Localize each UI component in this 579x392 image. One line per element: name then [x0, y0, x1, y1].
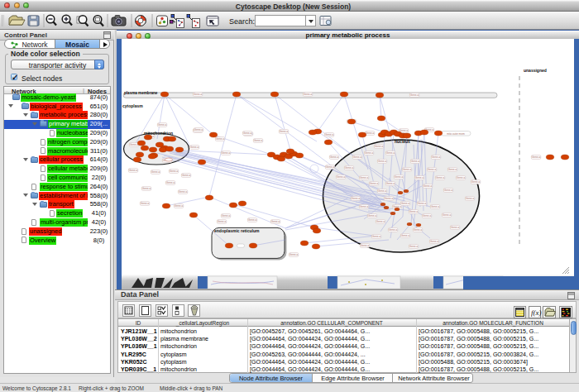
svg-text:Gene-a: Gene-a — [325, 133, 334, 136]
svg-text:Gene-a: Gene-a — [409, 245, 419, 248]
svg-text:unassigned: unassigned — [524, 68, 547, 73]
svg-text:Gene-a: Gene-a — [166, 181, 175, 184]
svg-text:Gene-a: Gene-a — [254, 139, 263, 142]
svg-text:Gene-a: Gene-a — [436, 176, 445, 179]
svg-text:Gene-a: Gene-a — [443, 213, 452, 217]
svg-text:Gene-a: Gene-a — [411, 160, 420, 163]
svg-text:Gene-a: Gene-a — [372, 235, 381, 238]
svg-text:mitochondrion: mitochondrion — [144, 131, 173, 136]
svg-text:Gene-a: Gene-a — [428, 168, 437, 171]
svg-text:Gene-a: Gene-a — [352, 197, 361, 200]
svg-text:Gene-a: Gene-a — [368, 214, 377, 218]
svg-text:Gene-a: Gene-a — [375, 145, 384, 148]
svg-text:Gene-a: Gene-a — [158, 123, 167, 127]
svg-text:Gene-a: Gene-a — [451, 226, 460, 229]
svg-text:cytoplasm: cytoplasm — [122, 103, 143, 108]
svg-text:Gene-a: Gene-a — [243, 131, 252, 135]
svg-text:Gene-a: Gene-a — [170, 170, 179, 173]
svg-text:Gene-a: Gene-a — [386, 182, 395, 185]
svg-text:Gene-a: Gene-a — [248, 218, 257, 222]
svg-text:Gene-a: Gene-a — [471, 180, 481, 184]
svg-text:Gene-a: Gene-a — [194, 93, 203, 96]
svg-text:Gene-a: Gene-a — [444, 189, 453, 192]
svg-text:Gene-a: Gene-a — [142, 187, 151, 190]
svg-text:Gene-a: Gene-a — [410, 93, 419, 97]
svg-text:Gene-a: Gene-a — [432, 155, 441, 159]
svg-text:Gene-a: Gene-a — [345, 166, 354, 170]
svg-text:f(x): f(x) — [531, 308, 542, 317]
svg-text:Gene-a: Gene-a — [194, 128, 203, 131]
svg-text:Gene-a: Gene-a — [222, 214, 231, 218]
svg-text:Gene-a: Gene-a — [370, 182, 379, 185]
svg-text:Gene-a: Gene-a — [415, 176, 424, 179]
svg-text:Gene-a: Gene-a — [182, 174, 191, 177]
svg-text:Gene-a: Gene-a — [151, 170, 160, 174]
svg-text:Gene-a: Gene-a — [430, 240, 439, 243]
svg-text:Gene-a: Gene-a — [129, 169, 138, 172]
svg-text:Gene-a: Gene-a — [179, 190, 188, 194]
svg-text:Gene-a: Gene-a — [330, 155, 339, 159]
svg-text:Gene-a: Gene-a — [401, 202, 410, 205]
svg-text:Gene-a: Gene-a — [403, 168, 412, 171]
svg-text:Gene-a: Gene-a — [218, 220, 227, 223]
svg-text:Gene-a: Gene-a — [280, 130, 289, 133]
svg-text:Gene-a: Gene-a — [532, 155, 541, 159]
svg-text:Gene-a: Gene-a — [378, 189, 387, 193]
svg-text:Gene-a: Gene-a — [216, 137, 225, 141]
svg-text:Gene-a: Gene-a — [271, 220, 280, 223]
svg-text:Gene-a: Gene-a — [457, 176, 466, 179]
svg-text:Gene-a: Gene-a — [366, 131, 375, 135]
svg-text:Gene-a: Gene-a — [466, 197, 475, 200]
svg-text:Gene-a: Gene-a — [423, 214, 432, 218]
svg-text:Gene-a: Gene-a — [448, 168, 457, 171]
svg-text:Gene-a: Gene-a — [378, 160, 387, 163]
svg-text:Gene-a: Gene-a — [190, 146, 199, 149]
svg-text:Gene-a: Gene-a — [401, 234, 410, 237]
svg-text:Gene-a: Gene-a — [360, 176, 369, 179]
svg-text:Gene-a: Gene-a — [304, 93, 313, 96]
svg-text:nucleus: nucleus — [395, 139, 410, 144]
svg-text:Gene-a: Gene-a — [361, 244, 370, 247]
svg-text:Gene-a: Gene-a — [389, 228, 398, 232]
svg-text:Gene-a: Gene-a — [418, 202, 427, 205]
svg-text:Gene-a: Gene-a — [360, 205, 369, 208]
svg-text:mito outer mem: mito outer mem — [447, 132, 465, 136]
svg-text:Gene-a: Gene-a — [353, 155, 362, 159]
svg-text:Gene-a: Gene-a — [423, 184, 433, 188]
svg-text:Gene-a: Gene-a — [385, 197, 394, 200]
svg-text:Gene-a: Gene-a — [290, 253, 299, 256]
svg-text:Gene-a: Gene-a — [376, 220, 385, 223]
svg-text:Gene-a: Gene-a — [414, 228, 423, 232]
svg-text:Gene-a: Gene-a — [130, 143, 139, 146]
svg-text:Gene-a: Gene-a — [222, 151, 231, 155]
svg-text:Gene-a: Gene-a — [365, 151, 374, 155]
svg-text:Gene-a: Gene-a — [141, 202, 150, 205]
svg-text:Gene-a: Gene-a — [386, 151, 395, 155]
svg-text:Gene-a: Gene-a — [326, 165, 335, 169]
svg-text:plasma membrane: plasma membrane — [124, 91, 158, 95]
svg-text:Gene-a: Gene-a — [337, 175, 346, 179]
svg-text:endoplasmic reticulum: endoplasmic reticulum — [214, 228, 260, 233]
svg-text:Gene-a: Gene-a — [175, 204, 184, 208]
svg-text:Gene-a: Gene-a — [409, 210, 419, 213]
svg-text:Gene-a: Gene-a — [431, 205, 440, 208]
svg-text:Gene-a: Gene-a — [395, 175, 404, 179]
